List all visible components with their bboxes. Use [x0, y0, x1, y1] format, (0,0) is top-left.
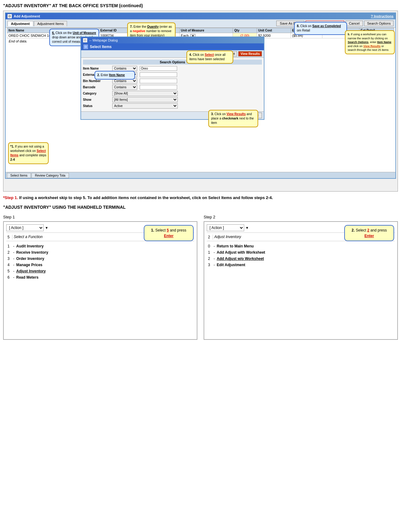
- menu-item-5: 5 - Adjust Inventory: [6, 269, 194, 274]
- step1-label: Step 1: [3, 215, 197, 219]
- callout-1: *1. If you are not using a worksheet cli…: [8, 142, 49, 164]
- callout-select: 4. Click on Select once all items have b…: [186, 51, 233, 64]
- dialog-title-text: -- Webpage Dialog: [89, 38, 118, 42]
- value-status[interactable]: Active: [112, 103, 178, 109]
- add-adjustment-window: ⊡ Add Adjustment ? Instructions Adjustme…: [5, 12, 396, 179]
- value-show[interactable]: [All Items]: [112, 97, 178, 102]
- callout-search-options: 5. If using a worksheet you can narrow t…: [345, 30, 395, 54]
- value-bin-number[interactable]: [140, 79, 177, 83]
- col-qty: Qty: [233, 28, 257, 33]
- label-category: Category: [83, 92, 111, 95]
- page-container: "ADJUST INVENTORY" AT THE BACK OFFICE SY…: [3, 3, 398, 340]
- window-title-bar: ⊡ Add Adjustment ? Instructions: [6, 13, 395, 19]
- search-options-button[interactable]: Search Options: [364, 21, 394, 26]
- terminal1-callout: 1. Select 5 and press Enter: [144, 225, 194, 241]
- handheld-section-title: "ADJUST INVENTORY" USING THE HANDHELD TE…: [3, 205, 398, 210]
- menu-item-1: 1 - Audit Inventory: [6, 244, 194, 249]
- menu-item-3: 3 - Order Inventory: [6, 256, 194, 261]
- dropdown-icon: ▼: [45, 226, 48, 230]
- callout8-text: 8. Click on Save as Completed om Retail: [297, 24, 341, 32]
- dialog-icon: ⊡: [83, 38, 87, 42]
- col-unit-of-measure: Unit of Measure: [180, 28, 233, 33]
- value-barcode[interactable]: [140, 85, 177, 90]
- label-show: Show: [83, 98, 111, 101]
- handheld-step1: Step 1 [ Action ] ▼ 5 Select a Function …: [3, 215, 197, 340]
- label-status: Status: [83, 104, 111, 108]
- col-unit-cost: Unit Cost: [257, 28, 291, 33]
- terminal2-callout: 2. Select 2 and press Enter: [344, 225, 394, 241]
- window-icon: ⊡: [7, 14, 12, 18]
- callout5-text: 5. If using a worksheet you can narrow t…: [348, 33, 391, 51]
- menu-item-4: 4 - Manage Prices: [6, 262, 194, 267]
- search-options-title: Search Options: [83, 60, 262, 65]
- select-items-icon: ⊡: [84, 45, 88, 49]
- adjustment-items-tab[interactable]: Adjustment Items: [34, 21, 67, 26]
- callout4-text: 4. Click on Select once all items have b…: [189, 53, 225, 61]
- label-bin-number: Bin Number: [83, 79, 111, 83]
- dropdown-icon2: ▼: [245, 226, 249, 230]
- handheld-step2: Step 2 [ Action ] ▼ 2 Adjust Inventory 0: [204, 215, 398, 340]
- menu2-item-3: 3 - Edit Adjustment: [207, 262, 395, 267]
- terminal2-row-num: 2: [207, 235, 213, 240]
- menu2-item-2: 2 - Add Adjust w/o Worksheet: [207, 256, 395, 261]
- window-title-left: ⊡ Add Adjustment: [7, 14, 40, 18]
- callout-item-name: 2. Enter Item Name: [94, 71, 135, 80]
- value-category[interactable]: [Show All]: [112, 91, 178, 96]
- select-items-tab[interactable]: Select Items: [7, 173, 31, 178]
- main-title: "ADJUST INVENTORY" AT THE BACK OFFICE SY…: [3, 3, 398, 8]
- callout2-text: 2. Enter Item Name: [97, 73, 125, 77]
- menu2-item-0: 0 - Return to Main Menu: [207, 244, 395, 249]
- callout-save-completed: 8. Click on Save as Completed om Retail: [294, 22, 347, 35]
- value-item-name[interactable]: [140, 66, 177, 71]
- callout-view-results: 3. Click on View Results and place a che…: [208, 110, 258, 127]
- search-row-show: Show [All Items]: [83, 97, 262, 102]
- select-items-header: ⊡ Select Items: [81, 43, 264, 50]
- step1-text: *Step 1. If using a worksheet skip to st…: [3, 195, 398, 201]
- terminal-2: [ Action ] ▼ 2 Adjust Inventory 0 - Retu…: [204, 221, 398, 340]
- operator-barcode[interactable]: Contains: [112, 85, 137, 90]
- operator-item-name[interactable]: Contains: [112, 66, 137, 71]
- value-external-id[interactable]: [140, 72, 177, 77]
- handheld-section: Step 1 [ Action ] ▼ 5 Select a Function …: [3, 215, 398, 340]
- label-barcode: Barcode: [83, 85, 111, 89]
- terminal2-action-select[interactable]: [ Action ]: [207, 224, 244, 231]
- menu2-item-1: 1 - Add Adjust with Worksheet: [207, 250, 395, 255]
- window-title-text: Add Adjustment: [14, 14, 40, 18]
- terminal1-row-label: Select a Function: [14, 235, 43, 240]
- callout1-text: *1. If you are not using a worksheet cli…: [10, 145, 46, 161]
- search-row-status: Status Active: [83, 103, 262, 109]
- terminal1-action-select[interactable]: [ Action ]: [6, 224, 44, 231]
- search-row-category: Category [Show All]: [83, 91, 262, 96]
- search-row-barcode: Barcode Contains: [83, 85, 262, 90]
- menu-item-6: 6 - Read Meters: [6, 275, 194, 280]
- dialog-title-bar: ⊡ -- Webpage Dialog: [81, 37, 264, 43]
- terminal-1: [ Action ] ▼ 5 Select a Function 1 - Aud…: [3, 221, 197, 340]
- terminal2-row-label: Adjust Inventory: [214, 235, 241, 240]
- instructions-link[interactable]: ? Instructions: [371, 14, 394, 18]
- label-item-name: Item Name: [83, 67, 111, 70]
- review-category-tab[interactable]: Review Category Tota: [31, 173, 69, 178]
- select-items-title: Select Items: [90, 45, 112, 49]
- callout7-text: 7. Enter the Quanity (enter as a negativ…: [130, 25, 172, 37]
- terminal1-row-num: 5: [6, 235, 12, 240]
- cancel-button[interactable]: Cancel: [345, 21, 363, 26]
- bottom-tabs: Select Items Review Category Tota: [6, 172, 395, 178]
- tab-bar: Adjustment Adjustment Items: [7, 21, 67, 26]
- callout3-text: 3. Click on View Results and place a che…: [211, 112, 254, 124]
- dialog-toolbar: My Searches ▼ Reset View Results: [81, 50, 264, 58]
- menu-item-2: 2 - Receive Inventory: [6, 250, 194, 255]
- search-options-form: Search Options Item Name Contains Extern…: [81, 58, 264, 111]
- view-results-button[interactable]: View Results: [238, 51, 262, 56]
- search-row-item-name: Item Name Contains: [83, 66, 262, 71]
- step2-label: Step 2: [204, 215, 398, 219]
- screenshot-area: ⊡ Add Adjustment ? Instructions Adjustme…: [3, 11, 398, 192]
- adjustment-tab[interactable]: Adjustment: [7, 21, 33, 26]
